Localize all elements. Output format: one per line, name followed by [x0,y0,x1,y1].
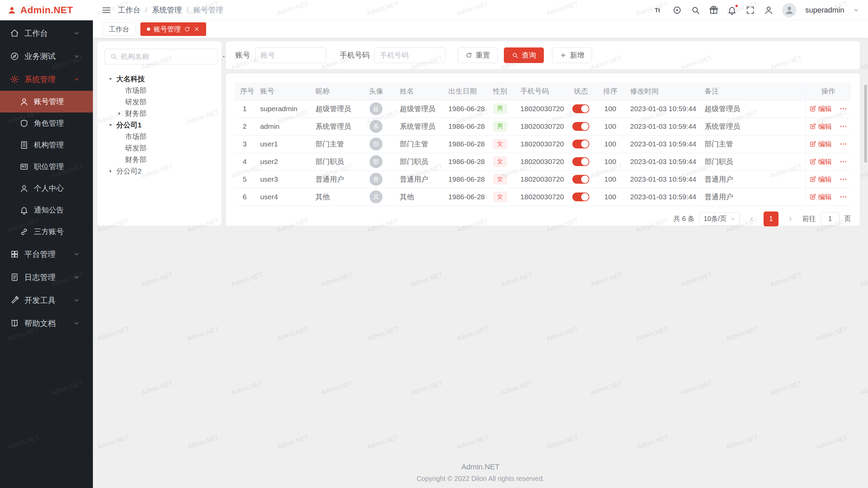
sidebar-item-account-management[interactable]: 账号管理 [0,91,93,113]
page-size-select[interactable]: 10条/页 [699,212,740,226]
row-more-button[interactable] [839,105,847,113]
logo[interactable]: Admin.NET [0,0,93,20]
header-tool-theme[interactable] [709,5,718,15]
breadcrumb-item[interactable]: 账号管理 [193,5,223,15]
column-header: 头像 [358,82,394,100]
account-input[interactable] [255,47,326,63]
sidebar-item-personal-center[interactable]: 个人中心 [0,178,93,199]
tree-node[interactable]: 市场部 [105,131,214,142]
breadcrumb-item[interactable]: 工作台 [118,5,140,15]
sidebar-item-position-management[interactable]: 职位管理 [0,156,93,178]
edit-button[interactable]: 编辑 [809,122,832,131]
lock-icon [764,5,773,15]
header-tool-target[interactable] [672,5,682,15]
sidebar-item-business-test[interactable]: 业务测试 [0,45,93,68]
edit-button[interactable]: 编辑 [809,157,832,166]
sidebar-item-help-docs[interactable]: 帮助文档 [0,312,93,335]
chevron-left-icon [748,216,755,222]
row-more-button[interactable] [839,175,847,183]
user-menu-chevron-down-icon[interactable] [853,7,859,13]
status-toggle[interactable] [572,122,589,131]
tree-node-label: 财务部 [125,155,146,164]
tab-account-management[interactable]: 账号管理 [140,22,206,36]
menu-toggle-icon[interactable] [102,5,111,15]
username[interactable]: superadmin [805,6,844,15]
header-tool-search[interactable] [691,5,700,15]
sidebar-item-dev-tools[interactable]: 开发工具 [0,289,93,312]
tree-node[interactable]: 研发部 [105,96,214,108]
cell-status [566,100,596,118]
compass-icon [10,52,19,61]
scrollbar[interactable] [864,85,867,163]
column-header: 性别 [485,82,515,100]
breadcrumb-separator: / [186,6,189,15]
tree-node-label: 市场部 [125,86,146,95]
page-number-1[interactable]: 1 [764,211,778,226]
tree-node[interactable]: 分公司2 [105,165,214,177]
sidebar-item-workbench[interactable]: 工作台 [0,22,93,45]
edit-button[interactable]: 编辑 [809,175,832,184]
prev-page-button[interactable] [745,212,759,226]
status-toggle[interactable] [572,157,589,166]
header-tool-lock[interactable] [764,5,773,15]
cell-modified: 2023-01-03 10:59:44 [625,153,699,170]
cell-birthday: 1986-06-28 [443,170,485,188]
header-tool-font-size[interactable]: Tt [654,5,664,15]
sidebar-item-org-management[interactable]: 机构管理 [0,134,93,156]
cell-modified: 2023-01-03 10:59:44 [625,118,699,135]
tree-node-label: 大名科技 [116,74,145,84]
search-button[interactable]: 查询 [504,47,544,63]
avatar[interactable] [782,3,796,17]
goto-page-input[interactable] [821,212,840,226]
cell-birthday: 1986-06-28 [443,135,485,153]
cell-phone: 18020030720 [515,153,566,170]
tree-node[interactable]: 财务部 [105,108,214,119]
tree-node[interactable]: 分公司1 [105,119,214,131]
status-toggle[interactable] [572,140,589,148]
main-column: 工作台/系统管理/账号管理 Tt superadmin 工作台账号管理 大名科技… [93,0,868,488]
goto-unit: 页 [844,214,851,223]
sidebar-item-log-management[interactable]: 日志管理 [0,266,93,289]
tree-node[interactable]: 大名科技 [105,73,214,85]
org-search-box[interactable] [105,49,218,64]
sidebar-item-third-party-account[interactable]: 三方账号 [0,221,93,243]
cell-modified: 2023-01-03 10:59:44 [625,170,699,188]
sidebar-item-system-management[interactable]: 系统管理 [0,68,93,91]
row-more-button[interactable] [839,158,847,166]
shield-icon [20,119,28,128]
cell-avatar: 超 [358,100,394,118]
tree-node[interactable]: 市场部 [105,85,214,96]
tab-workbench[interactable]: 工作台 [102,22,136,36]
edit-button[interactable]: 编辑 [809,104,832,114]
org-search-input[interactable] [121,53,213,61]
theme-icon [709,5,718,15]
status-toggle[interactable] [572,104,589,113]
edit-button[interactable]: 编辑 [809,192,832,202]
reset-button[interactable]: 重置 [458,47,498,63]
sidebar-item-role-management[interactable]: 角色管理 [0,113,93,134]
sidebar-item-notice[interactable]: 通知公告 [0,199,93,221]
status-toggle[interactable] [572,192,589,201]
phone-input[interactable] [374,47,446,63]
header-tool-fullscreen[interactable] [746,5,755,15]
header-tool-notification[interactable] [727,5,737,15]
cell-modified: 2023-01-03 10:59:44 [625,188,699,206]
add-button[interactable]: 新增 [552,47,592,63]
sidebar-item-platform-management[interactable]: 平台管理 [0,243,93,266]
tree-node[interactable]: 财务部 [105,154,214,165]
next-page-button[interactable] [783,212,797,226]
row-more-button[interactable] [839,140,847,148]
row-more-button[interactable] [839,193,847,201]
edit-button[interactable]: 编辑 [809,140,832,149]
breadcrumb-item[interactable]: 系统管理 [152,5,182,15]
status-toggle[interactable] [572,175,589,184]
row-more-button[interactable] [839,122,847,130]
sidebar-item-label: 业务测试 [24,51,73,62]
edit-label: 编辑 [818,104,832,114]
column-header: 出生日期 [443,82,485,100]
table-row: 6user4其他其其他1986-06-28女180200307201002023… [235,188,851,206]
tree-node[interactable]: 研发部 [105,142,214,154]
phone-label: 手机号码 [340,50,370,60]
cell-status [566,135,596,153]
cell-avatar: 部 [358,153,394,170]
